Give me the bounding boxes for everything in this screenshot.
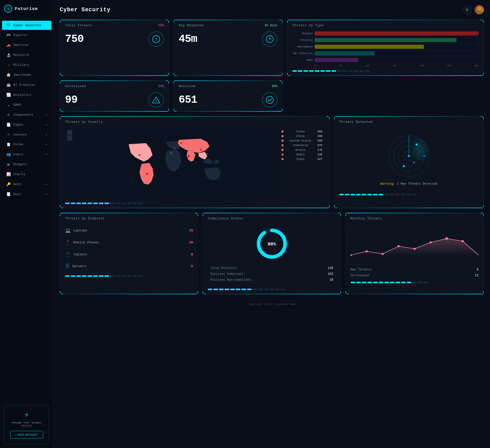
pagination-dot[interactable] — [104, 203, 109, 204]
pagination-dot[interactable] — [121, 203, 126, 204]
pagination-dot[interactable] — [93, 203, 98, 204]
pagination-dot[interactable] — [76, 275, 81, 277]
pagination-dot[interactable] — [121, 275, 126, 277]
pagination-dot[interactable] — [345, 194, 349, 195]
add-widget-button[interactable]: + ADD WIDGET — [10, 431, 43, 439]
pagination-dot[interactable] — [132, 275, 137, 277]
pagination-dot[interactable] — [116, 275, 120, 277]
pagination-dot[interactable] — [332, 70, 336, 72]
sidebar-item-analytics[interactable]: 📈 Analytics — [2, 90, 51, 100]
pagination-dot[interactable] — [320, 70, 325, 72]
pagination-dot[interactable] — [253, 289, 257, 290]
pagination-dot[interactable] — [236, 289, 240, 290]
pagination-dot[interactable] — [412, 194, 417, 195]
pagination-dot[interactable] — [99, 275, 103, 277]
pagination-dot[interactable] — [213, 289, 218, 290]
sidebar-item-military[interactable]: ⚔ Military — [2, 60, 51, 70]
sidebar-item-charts[interactable]: 📊 Charts — [2, 170, 51, 179]
pagination-dot[interactable] — [303, 70, 308, 72]
pagination-dot[interactable] — [360, 70, 364, 72]
pagination-dot[interactable] — [298, 70, 302, 72]
pagination-dot[interactable] — [339, 194, 344, 195]
sidebar-item-forms[interactable]: 📋 Forms ▾ — [2, 140, 51, 149]
pagination-dot[interactable] — [401, 194, 406, 195]
pagination-dot[interactable] — [110, 275, 115, 277]
sidebar-item-research[interactable]: 🔬 Research — [2, 50, 51, 60]
pagination-dot[interactable] — [390, 194, 394, 195]
pagination-dot[interactable] — [225, 289, 229, 290]
pagination-dot[interactable] — [230, 289, 235, 290]
pagination-dot[interactable] — [127, 275, 131, 277]
pagination-dot[interactable] — [407, 194, 411, 195]
pagination-dot[interactable] — [281, 289, 285, 290]
pagination-dot[interactable] — [65, 275, 70, 277]
sidebar-item-widgets[interactable]: ▦ Widgets — [2, 160, 51, 169]
sidebar-item-docs[interactable]: 📑 Docs ▾ — [2, 190, 51, 199]
sidebar-item-esports[interactable]: 🎮 Esports — [2, 30, 51, 40]
pagination-dot[interactable] — [379, 282, 383, 283]
pagination-dot[interactable] — [407, 282, 411, 283]
pagination-dot[interactable] — [356, 194, 361, 195]
zoom-in-button[interactable]: + — [67, 130, 72, 135]
pagination-dot[interactable] — [76, 203, 81, 204]
pagination-dot[interactable] — [138, 275, 143, 277]
pagination-dot[interactable] — [348, 70, 353, 72]
pagination-dot[interactable] — [373, 282, 378, 283]
pagination-dot[interactable] — [365, 70, 370, 72]
pagination-dot[interactable] — [396, 282, 400, 283]
pagination-dot[interactable] — [71, 275, 75, 277]
sidebar-item-components[interactable]: ⚙ Components ▾ — [2, 110, 51, 120]
pagination-dot[interactable] — [258, 289, 263, 290]
sidebar-item-saas[interactable]: ☁ SAAS — [2, 100, 51, 110]
pagination-dot[interactable] — [418, 282, 423, 283]
pagination-dot[interactable] — [110, 203, 115, 204]
pagination-dot[interactable] — [362, 194, 366, 195]
pagination-dot[interactable] — [367, 194, 372, 195]
sidebar-item-users[interactable]: 👥 Users ▾ — [2, 150, 51, 159]
sidebar-item-ai-creation[interactable]: 🤖 AI Creation — [2, 80, 51, 90]
pagination-dot[interactable] — [71, 203, 75, 204]
pagination-dot[interactable] — [247, 289, 252, 290]
pagination-dot[interactable] — [337, 70, 342, 72]
sidebar-item-auth[interactable]: 🔑 Auth ▾ — [2, 180, 51, 189]
pagination-dot[interactable] — [292, 70, 297, 72]
pagination-dot[interactable] — [356, 282, 361, 283]
pagination-dot[interactable] — [354, 70, 359, 72]
pagination-dot[interactable] — [315, 70, 319, 72]
pagination-dot[interactable] — [270, 289, 274, 290]
pagination-dot[interactable] — [368, 282, 372, 283]
pagination-dot[interactable] — [343, 70, 347, 72]
sidebar-item-pages[interactable]: 📄 Pages ▾ — [2, 120, 51, 129]
pagination-dot[interactable] — [264, 289, 268, 290]
pagination-dot[interactable] — [99, 203, 103, 204]
pagination-dot[interactable] — [351, 282, 355, 283]
pagination-dot[interactable] — [219, 289, 224, 290]
pagination-dot[interactable] — [132, 203, 137, 204]
pagination-dot[interactable] — [424, 282, 428, 283]
pagination-dot[interactable] — [362, 282, 366, 283]
pagination-dot[interactable] — [88, 203, 92, 204]
pagination-dot[interactable] — [326, 70, 330, 72]
sidebar-item-smarthome[interactable]: 🏠 Smarthome — [2, 70, 51, 80]
pagination-dot[interactable] — [412, 282, 417, 283]
pagination-dot[interactable] — [378, 194, 383, 195]
sidebar-item-content[interactable]: ≡ Content ▾ — [2, 130, 51, 139]
pagination-dot[interactable] — [82, 203, 87, 204]
pagination-dot[interactable] — [241, 289, 246, 290]
pagination-dot[interactable] — [65, 203, 70, 204]
pagination-dot[interactable] — [309, 70, 314, 72]
pagination-dot[interactable] — [138, 203, 143, 204]
pagination-dot[interactable] — [127, 203, 131, 204]
pagination-dot[interactable] — [88, 275, 92, 277]
pagination-dot[interactable] — [82, 275, 87, 277]
pagination-dot[interactable] — [384, 282, 389, 283]
pagination-dot[interactable] — [373, 194, 377, 195]
pagination-dot[interactable] — [116, 203, 120, 204]
pagination-dot[interactable] — [350, 194, 355, 195]
zoom-out-button[interactable]: − — [67, 136, 72, 141]
pagination-dot[interactable] — [208, 289, 212, 290]
pagination-dot[interactable] — [395, 194, 400, 195]
pagination-dot[interactable] — [401, 282, 406, 283]
settings-button[interactable]: ⚙ — [462, 5, 472, 14]
pagination-dot[interactable] — [275, 289, 280, 290]
